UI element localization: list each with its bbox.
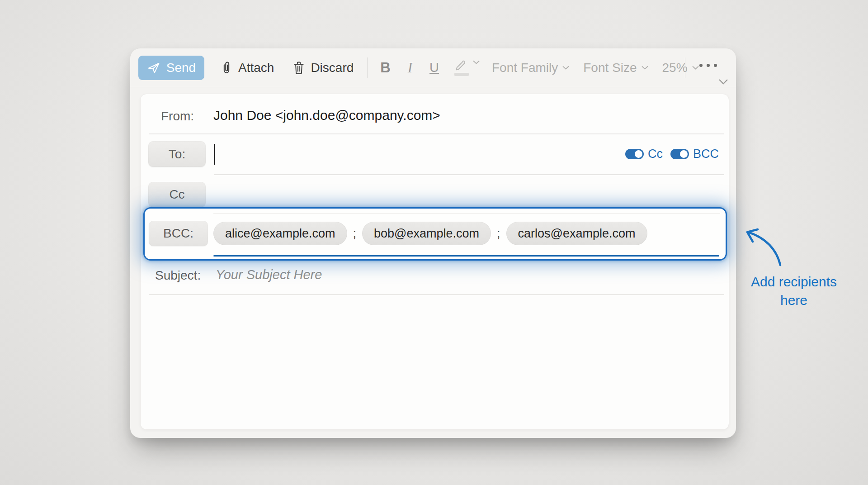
bold-button[interactable]: B <box>380 60 390 76</box>
annotation-text: Add recipients here <box>741 272 847 309</box>
annotation-arrow-icon <box>741 226 790 271</box>
field-divider <box>149 133 724 134</box>
discard-button[interactable]: Discard <box>293 61 354 75</box>
send-button[interactable]: Send <box>138 56 204 80</box>
more-options-icon <box>714 64 717 67</box>
cc-field-button[interactable]: Cc <box>148 182 206 207</box>
bcc-input-underline <box>213 255 719 257</box>
annotation-line2: here <box>780 293 807 308</box>
cc-toggle-label: Cc <box>648 147 663 161</box>
highlight-color-swatch <box>454 73 469 76</box>
recipient-chip[interactable]: bob@example.com <box>362 222 491 245</box>
annotation-line1: Add recipients <box>751 274 837 289</box>
toggle-on-icon <box>670 149 689 159</box>
text-cursor <box>214 144 215 165</box>
message-body-input[interactable] <box>142 296 728 428</box>
highlighter-pen-icon <box>455 60 468 71</box>
trash-icon <box>293 61 305 75</box>
zoom-value: 25% <box>662 61 688 75</box>
chevron-down-icon <box>692 65 699 70</box>
more-options-button[interactable] <box>699 64 717 67</box>
subject-label: Subject: <box>155 268 201 283</box>
toolbar-divider <box>367 57 368 78</box>
more-options-icon <box>707 64 710 67</box>
subject-input[interactable]: Your Subject Here <box>216 267 322 282</box>
highlight-color-button[interactable] <box>454 60 480 76</box>
to-field-button[interactable]: To: <box>148 141 206 167</box>
chevron-down-icon <box>641 65 649 70</box>
discard-button-label: Discard <box>311 61 354 75</box>
compose-toolbar: Send Attach Discard <box>130 48 736 87</box>
font-size-dropdown[interactable]: Font Size <box>583 61 648 75</box>
underline-button[interactable]: U <box>429 60 439 75</box>
font-family-label: Font Family <box>492 61 558 75</box>
recipient-chip[interactable]: carlos@example.com <box>506 222 647 245</box>
attach-button-label: Attach <box>238 61 274 75</box>
bcc-field-button[interactable]: BCC: <box>149 221 208 246</box>
recipient-separator: ; <box>497 227 500 241</box>
from-label: From: <box>161 109 194 124</box>
chevron-down-icon <box>562 65 570 70</box>
paper-plane-icon <box>147 61 160 75</box>
field-divider <box>213 213 720 214</box>
recipient-toggles: Cc BCC <box>625 147 719 161</box>
recipient-separator: ; <box>353 227 357 241</box>
cc-toggle[interactable]: Cc <box>625 147 663 161</box>
field-divider <box>214 174 724 175</box>
desktop-background: Send Attach Discard <box>0 0 868 485</box>
bcc-toggle[interactable]: BCC <box>670 147 719 161</box>
toggle-on-icon <box>625 149 644 159</box>
more-options-icon <box>699 64 703 67</box>
toolbar-divider <box>685 57 685 78</box>
bcc-field[interactable]: BCC: alice@example.com ; bob@example.com… <box>143 207 727 261</box>
field-divider <box>149 294 724 295</box>
send-button-label: Send <box>166 61 196 75</box>
chevron-down-icon <box>718 78 729 85</box>
collapse-toolbar-button[interactable] <box>718 78 729 85</box>
paperclip-icon <box>221 61 232 75</box>
italic-button[interactable]: I <box>408 60 412 76</box>
from-value: John Doe <john.doe@company.com> <box>213 108 440 123</box>
message-form: From: John Doe <john.doe@company.com> To… <box>140 94 729 430</box>
bcc-toggle-label: BCC <box>693 147 719 161</box>
recipient-chip[interactable]: alice@example.com <box>213 222 347 245</box>
attach-button[interactable]: Attach <box>221 61 274 75</box>
font-size-label: Font Size <box>583 61 637 75</box>
font-family-dropdown[interactable]: Font Family <box>492 61 570 75</box>
compose-window: Send Attach Discard <box>130 48 736 438</box>
chevron-down-icon <box>472 60 480 65</box>
bcc-recipient-chips: alice@example.com ; bob@example.com ; ca… <box>213 222 647 245</box>
zoom-dropdown[interactable]: 25% <box>662 61 699 75</box>
